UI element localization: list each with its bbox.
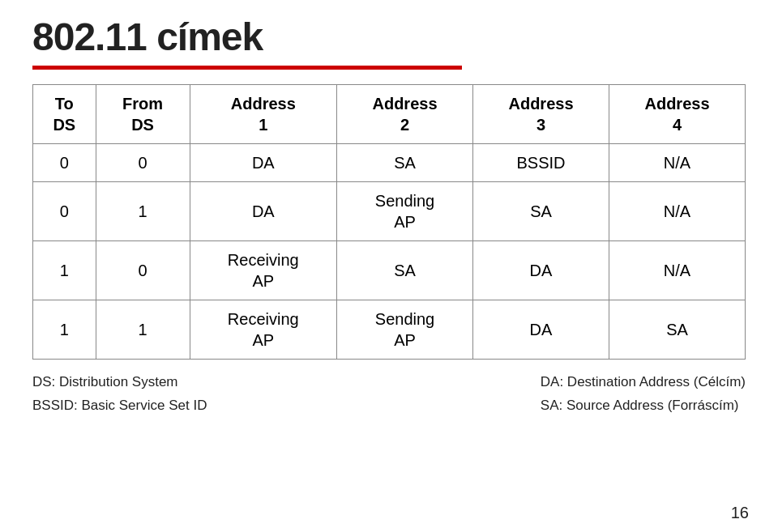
table-cell-r1-c0: 0 xyxy=(33,182,96,241)
footer-left: DS: Distribution System BSSID: Basic Ser… xyxy=(32,371,207,418)
table-cell-r2-c2: ReceivingAP xyxy=(190,241,336,300)
footer-right-line2: SA: Source Address (Forráscím) xyxy=(541,394,746,418)
col-header-addr4: Address4 xyxy=(609,85,745,144)
col-header-from-ds: FromDS xyxy=(96,85,190,144)
table-cell-r1-c5: N/A xyxy=(609,182,745,241)
red-line-divider xyxy=(32,66,462,70)
table-cell-r2-c4: DA xyxy=(473,241,609,300)
table-cell-r3-c2: ReceivingAP xyxy=(190,300,336,360)
table-cell-r3-c3: SendingAP xyxy=(337,300,473,360)
col-header-to-ds: ToDS xyxy=(33,85,96,144)
footer-notes: DS: Distribution System BSSID: Basic Ser… xyxy=(0,360,778,418)
table-cell-r2-c5: N/A xyxy=(609,241,745,300)
table-cell-r0-c0: 0 xyxy=(33,144,96,182)
table-cell-r2-c3: SA xyxy=(337,241,473,300)
page-number: 16 xyxy=(731,504,749,522)
table-cell-r0-c2: DA xyxy=(190,144,336,182)
table-cell-r1-c4: SA xyxy=(473,182,609,241)
page-title: 802.11 címek xyxy=(32,15,746,59)
table-row: 10ReceivingAPSADAN/A xyxy=(33,241,746,300)
table-cell-r3-c5: SA xyxy=(609,300,745,360)
table-cell-r1-c1: 1 xyxy=(96,182,190,241)
col-header-addr2: Address2 xyxy=(337,85,473,144)
table-cell-r3-c4: DA xyxy=(473,300,609,360)
table-container: ToDS FromDS Address1 Address2 Address3 A… xyxy=(0,84,778,360)
table-cell-r1-c3: SendingAP xyxy=(337,182,473,241)
col-header-addr3: Address3 xyxy=(473,85,609,144)
table-header-row: ToDS FromDS Address1 Address2 Address3 A… xyxy=(33,85,746,144)
col-header-addr1: Address1 xyxy=(190,85,336,144)
footer-left-line1: DS: Distribution System xyxy=(32,371,207,394)
footer-right-line1: DA: Destination Address (Célcím) xyxy=(541,371,746,394)
table-row: 00DASABSSIDN/A xyxy=(33,144,746,182)
table-cell-r0-c4: BSSID xyxy=(473,144,609,182)
table-cell-r3-c0: 1 xyxy=(33,300,96,360)
table-cell-r3-c1: 1 xyxy=(96,300,190,360)
table-cell-r1-c2: DA xyxy=(190,182,336,241)
table-cell-r2-c1: 0 xyxy=(96,241,190,300)
table-cell-r0-c1: 0 xyxy=(96,144,190,182)
footer-left-line2: BSSID: Basic Service Set ID xyxy=(32,394,207,418)
table-cell-r2-c0: 1 xyxy=(33,241,96,300)
table-cell-r0-c3: SA xyxy=(337,144,473,182)
table-row: 01DASendingAPSAN/A xyxy=(33,182,746,241)
title-section: 802.11 címek xyxy=(0,0,778,59)
table-row: 11ReceivingAPSendingAPDASA xyxy=(33,300,746,360)
addresses-table: ToDS FromDS Address1 Address2 Address3 A… xyxy=(32,84,746,360)
footer-right: DA: Destination Address (Célcím) SA: Sou… xyxy=(541,371,746,418)
table-cell-r0-c5: N/A xyxy=(609,144,745,182)
